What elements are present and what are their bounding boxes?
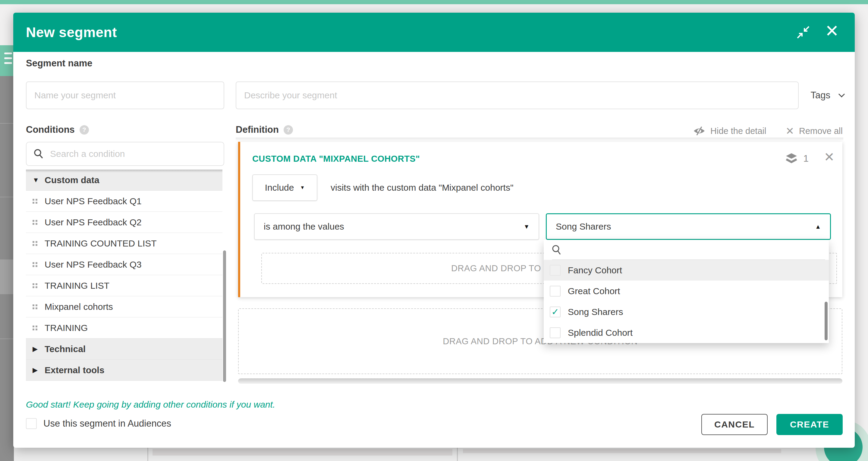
definition-section-label: Definition ? — [236, 123, 293, 136]
segment-description-input[interactable] — [236, 82, 799, 109]
condition-list-item[interactable]: ▼ ▶ Mixpanel cohorts — [26, 296, 222, 317]
top-bar — [0, 0, 868, 4]
close-icon[interactable]: ✕ — [825, 21, 839, 41]
layer-indicator: 1 — [785, 153, 809, 164]
cancel-button[interactable]: CANCEL — [701, 414, 768, 435]
conditions-section-label: Conditions ? — [26, 123, 89, 136]
tags-label: Tags — [811, 90, 830, 101]
option-label: Great Cohort — [568, 286, 620, 296]
background-card — [463, 449, 781, 453]
sidebar-divider — [0, 123, 14, 124]
menu-icon[interactable] — [0, 45, 14, 76]
condition-item-label: User NPS Feedback Q2 — [44, 217, 142, 228]
layer-count: 1 — [803, 153, 809, 164]
condition-list-item[interactable]: ▼ ▶ User NPS Feedback Q3 — [26, 254, 222, 275]
condition-item-label: User NPS Feedback Q3 — [44, 259, 142, 270]
condition-item-label: Custom data — [44, 175, 99, 185]
option-checkbox[interactable]: ✓ — [550, 286, 561, 296]
audiences-label: Use this segment in Audiences — [43, 418, 171, 429]
condition-item-label: Technical — [44, 344, 86, 354]
sidebar-active-item[interactable] — [0, 259, 14, 294]
value-options: ✓ Fancy Cohort ✓ Great Cohort ✓ Song Sha… — [544, 260, 829, 343]
condition-description: visits with the custom data "Mixpanel co… — [331, 174, 514, 201]
caret-down-icon: ▼ — [524, 223, 530, 230]
option-checkbox[interactable]: ✓ — [550, 265, 561, 276]
audiences-checkbox[interactable] — [26, 418, 37, 429]
condition-search-input[interactable] — [50, 148, 206, 159]
collapse-icon[interactable] — [796, 25, 810, 39]
caret-up-icon: ▲ — [815, 223, 821, 230]
value-option[interactable]: ✓ Great Cohort — [544, 281, 829, 301]
condition-list-item[interactable]: ▼ ▶ TRAINING COUNTED LIST — [26, 233, 222, 254]
new-segment-modal: New segment ✕ Segment name Tags Conditio… — [13, 13, 855, 448]
conditions-scrollbar[interactable] — [223, 251, 226, 382]
drag-handle-icon[interactable] — [33, 283, 37, 288]
menu-bar — [4, 53, 12, 54]
segment-name-label: Segment name — [26, 58, 93, 69]
condition-list-item[interactable]: ▼ ▶ Technical — [26, 339, 222, 359]
condition-list-item[interactable]: ▼ ▶ TRAINING LIST — [26, 275, 222, 296]
condition-item-label: TRAINING LIST — [44, 281, 110, 291]
modal-title: New segment — [26, 13, 117, 52]
remove-all-button[interactable]: ✕ Remove all — [785, 125, 843, 137]
chevron-down-icon — [838, 91, 845, 97]
condition-list-item[interactable]: ▼ ▶ External tools — [26, 359, 222, 381]
condition-list-item[interactable]: ▼ ▶ TRAINING — [26, 317, 222, 339]
definition-horizontal-scrollbar[interactable] — [238, 378, 842, 384]
value-search[interactable] — [544, 240, 829, 260]
operator-value: is among the values — [264, 222, 344, 232]
divider — [457, 448, 458, 461]
definition-divider-shadow — [236, 138, 843, 141]
remove-icon: ✕ — [785, 125, 794, 137]
menu-bar — [4, 62, 12, 64]
condition-close-icon[interactable]: ✕ — [824, 150, 835, 165]
segment-name-input[interactable] — [26, 82, 224, 109]
hide-detail-button[interactable]: Hide the detail — [693, 126, 766, 136]
value-option[interactable]: ✓ Fancy Cohort — [544, 260, 829, 281]
search-icon — [552, 244, 562, 255]
condition-list-item[interactable]: ▼ ▶ User NPS Feedback Q2 — [26, 212, 222, 233]
tags-dropdown[interactable]: Tags — [811, 82, 844, 109]
value-option[interactable]: ✓ Song Sharers — [544, 301, 829, 322]
value-select[interactable]: Song Sharers ▲ — [546, 213, 831, 240]
condition-item-label: TRAINING COUNTED LIST — [44, 238, 157, 249]
condition-item-label: TRAINING — [44, 323, 88, 333]
hide-detail-label: Hide the detail — [710, 126, 766, 136]
condition-card-title: CUSTOM DATA "MIXPANEL COHORTS" — [252, 154, 420, 164]
background-card — [153, 449, 453, 456]
value-dropdown-scrollbar[interactable] — [825, 302, 828, 340]
operator-dropdown[interactable]: is among the values ▼ — [254, 213, 539, 240]
remove-all-label: Remove all — [799, 126, 843, 136]
option-label: Splendid Cohort — [568, 328, 632, 338]
page-content-behind-modal — [14, 448, 868, 461]
definition-label-text: Definition — [236, 124, 279, 135]
drag-handle-icon[interactable] — [33, 305, 37, 309]
value-option[interactable]: ✓ Splendid Cohort — [544, 322, 829, 343]
search-icon — [33, 148, 44, 159]
encouragement-hint: Good start! Keep going by adding other c… — [26, 399, 275, 410]
drag-handle-icon[interactable] — [33, 199, 37, 204]
audiences-option: Use this segment in Audiences — [26, 418, 171, 429]
option-label: Fancy Cohort — [568, 265, 622, 276]
menu-bar — [4, 57, 12, 59]
option-checkbox[interactable]: ✓ — [550, 307, 561, 317]
check-icon: ✓ — [551, 308, 559, 316]
modal-header: New segment ✕ — [13, 13, 855, 52]
help-icon[interactable]: ? — [284, 125, 293, 135]
create-button[interactable]: CREATE — [776, 414, 843, 435]
help-icon[interactable]: ? — [80, 125, 89, 135]
drag-handle-icon[interactable] — [33, 325, 37, 330]
sidebar — [0, 45, 14, 461]
caret-right-icon: ▶ — [33, 366, 44, 374]
condition-list-item[interactable]: ▼ ▶ User NPS Feedback Q1 — [26, 191, 222, 212]
include-label: Include — [265, 182, 294, 193]
drag-handle-icon[interactable] — [33, 220, 37, 225]
option-checkbox[interactable]: ✓ — [550, 327, 561, 338]
drag-handle-icon[interactable] — [33, 262, 37, 267]
value-dropdown-panel: ✓ Fancy Cohort ✓ Great Cohort ✓ Song Sha… — [544, 240, 829, 343]
condition-list-item[interactable]: ▼ ▶ Custom data — [26, 170, 222, 191]
drag-handle-icon[interactable] — [33, 241, 37, 246]
eye-slash-icon — [693, 126, 706, 136]
layers-icon — [785, 153, 798, 164]
include-dropdown[interactable]: Include ▼ — [252, 174, 317, 201]
